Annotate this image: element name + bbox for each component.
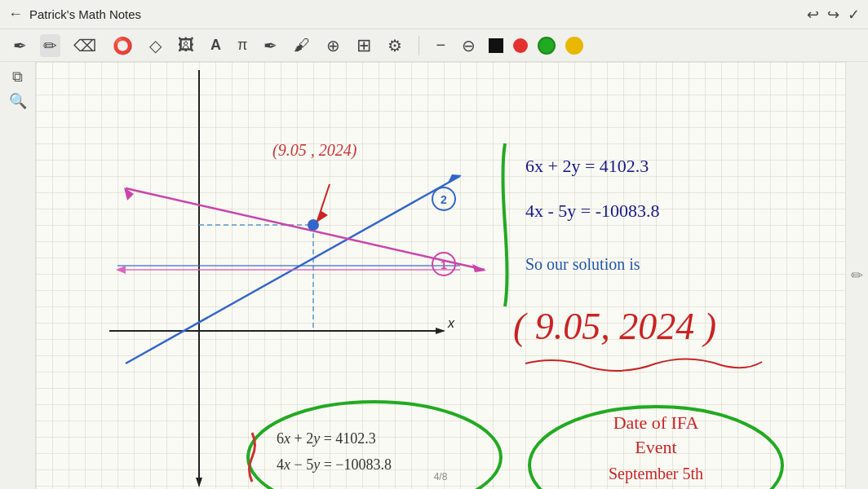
color-yellow[interactable] (565, 37, 583, 55)
drawing-canvas[interactable]: 2 1 x (9.05 , 2024) 6x + 2y = 4102.3 4x … (36, 62, 845, 489)
svg-text:September 5th: September 5th (609, 465, 703, 483)
svg-marker-7 (448, 174, 462, 183)
document-title: Patrick's Math Notes (29, 7, 141, 21)
svg-text:So our solution is: So our solution is (525, 255, 640, 273)
header: ← Patrick's Math Notes ↩ ↪ ✓ (0, 0, 868, 29)
search-icon[interactable]: 🔍 (9, 92, 27, 110)
eraser-tool[interactable]: ⌫ (70, 34, 100, 57)
svg-text:1: 1 (441, 258, 447, 271)
marker-tool[interactable]: ✒ (260, 34, 281, 57)
toolbar-separator-1 (418, 36, 419, 55)
circle-minus-button[interactable]: ⊖ (458, 34, 479, 57)
right-edge-panel: ✏ (845, 62, 868, 489)
redo-button[interactable]: ↪ (827, 6, 839, 24)
svg-marker-13 (116, 266, 126, 274)
image-tool[interactable]: 🖼 (175, 34, 197, 56)
svg-marker-3 (436, 328, 445, 334)
minus-button[interactable]: − (432, 34, 449, 56)
svg-marker-10 (472, 264, 486, 272)
zoom-tool[interactable]: ⊕ (323, 34, 343, 57)
highlighter-tool[interactable]: 🖌 (290, 34, 313, 56)
svg-text:Event: Event (635, 437, 676, 457)
lasso-tool[interactable]: ⭕ (109, 34, 136, 57)
pages-icon[interactable]: ⧉ (12, 68, 23, 86)
svg-marker-1 (196, 478, 202, 487)
sidebar: ⧉ 🔍 (0, 62, 36, 489)
toolbar: ✒ ✏ ⌫ ⭕ ◇ 🖼 A π ✒ 🖌 ⊕ ⊞ ⚙ − ⊖ (0, 29, 868, 62)
svg-text:Date of IFA: Date of IFA (613, 412, 699, 433)
canvas-area[interactable]: 2 1 x (9.05 , 2024) 6x + 2y = 4102.3 4x … (36, 62, 845, 489)
svg-text:6x + 2y = 4102.3: 6x + 2y = 4102.3 (525, 156, 649, 176)
header-left: ← Patrick's Math Notes (8, 6, 141, 23)
svg-text:4x - 5y = -10083.8: 4x - 5y = -10083.8 (525, 200, 660, 221)
pencil-tool[interactable]: ✏ (40, 34, 60, 57)
right-pencil-icon[interactable]: ✏ (851, 267, 863, 284)
header-right: ↩ ↪ ✓ (807, 6, 860, 24)
page-number: 4/8 (434, 471, 448, 482)
back-button[interactable]: ← (8, 6, 23, 23)
svg-text:6x + 2y = 4102.3: 6x + 2y = 4102.3 (277, 430, 376, 447)
pen-tool[interactable]: ✒ (10, 34, 30, 57)
math-tool[interactable]: π (234, 35, 250, 55)
svg-text:2024: 2024 (638, 486, 674, 489)
svg-text:2: 2 (441, 193, 447, 206)
color-green[interactable] (538, 37, 556, 55)
svg-text:( 9.05, 2024 ): ( 9.05, 2024 ) (513, 306, 716, 347)
text-tool[interactable]: A (207, 35, 224, 55)
settings-tool[interactable]: ⚙ (384, 34, 405, 57)
svg-line-9 (126, 188, 485, 270)
color-red[interactable] (513, 38, 528, 53)
color-black[interactable] (489, 38, 503, 53)
main-area: ⧉ 🔍 (0, 62, 868, 489)
undo-button[interactable]: ↩ (807, 6, 819, 24)
svg-text:(9.05 , 2024): (9.05 , 2024) (272, 141, 357, 160)
add-page-tool[interactable]: ⊞ (353, 33, 374, 58)
shape-tool[interactable]: ◇ (146, 34, 165, 57)
svg-text:4x − 5y = −10083.8: 4x − 5y = −10083.8 (277, 456, 392, 473)
svg-text:x: x (447, 316, 455, 330)
done-button[interactable]: ✓ (848, 6, 860, 24)
